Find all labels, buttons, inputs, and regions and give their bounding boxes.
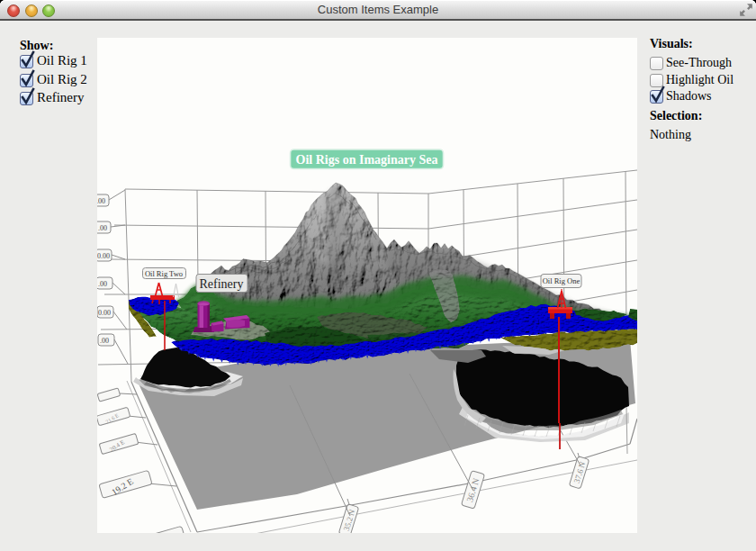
svg-text:0.00: 0.00 — [97, 252, 110, 260]
svg-text:Oil Rigs on Imaginary Sea: Oil Rigs on Imaginary Sea — [296, 153, 438, 167]
svg-text:.00: .00 — [100, 337, 109, 345]
svg-text:Refinery: Refinery — [200, 277, 244, 291]
svg-text:Oil Rig Two: Oil Rig Two — [145, 269, 183, 278]
svg-text:.00: .00 — [98, 224, 107, 232]
svg-text:0.00: 0.00 — [98, 309, 111, 317]
svg-text:.00: .00 — [98, 280, 107, 288]
svg-text:.00: .00 — [97, 197, 105, 205]
svg-text:Oil Rig One: Oil Rig One — [543, 276, 580, 285]
